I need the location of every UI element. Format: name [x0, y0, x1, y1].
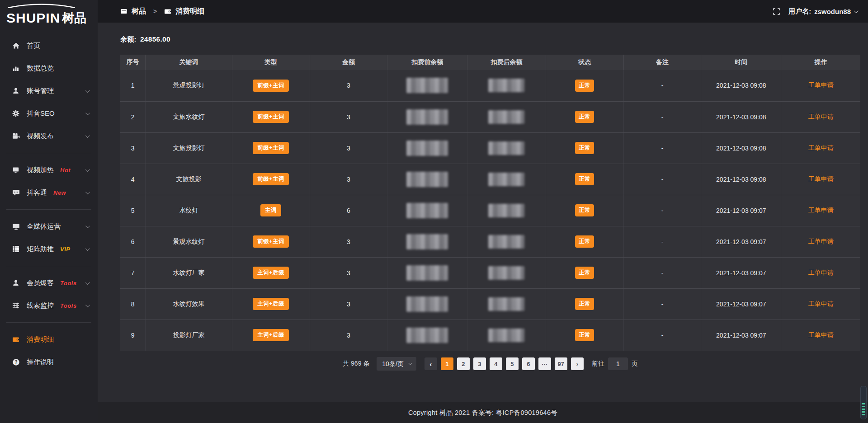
sidebar-item-label: 视频发布: [27, 132, 54, 141]
ticket-request-link[interactable]: 工单申请: [808, 113, 834, 120]
ticket-request-link[interactable]: 工单申请: [808, 81, 834, 89]
home-icon: [12, 42, 20, 49]
column-header-9: 时间: [701, 55, 781, 70]
next-page-button[interactable]: ›: [571, 357, 584, 370]
floating-widget[interactable]: [860, 386, 867, 419]
sidebar-item-13[interactable]: ? 操作说明: [0, 351, 98, 373]
cell-balance-after: [467, 320, 546, 351]
ticket-request-link[interactable]: 工单申请: [808, 144, 834, 151]
sidebar-item-4[interactable]: 抖音SEO: [0, 102, 98, 125]
prev-page-button[interactable]: ‹: [425, 357, 437, 370]
sidebar-divider: [6, 209, 91, 210]
svg-text:?: ?: [14, 360, 17, 365]
page-button-2[interactable]: 2: [457, 357, 470, 370]
breadcrumb-home[interactable]: 树品: [132, 7, 146, 16]
fullscreen-icon[interactable]: [773, 8, 780, 15]
status-badge: 正常: [575, 329, 594, 341]
sidebar-item-1[interactable]: 首页: [0, 34, 98, 57]
balance-display: 余额:24856.00: [120, 35, 860, 44]
sidebar-item-label: 操作说明: [27, 358, 54, 367]
goto-suffix: 页: [632, 360, 638, 368]
topbar: 树品 > 消费明细 用户名: zswodun88: [98, 0, 868, 23]
page-ellipsis-button[interactable]: ···: [538, 357, 551, 370]
chevron-down-icon: [85, 303, 90, 307]
sidebar-item-3[interactable]: 账号管理: [0, 80, 98, 102]
cell-keyword: 文旅投影: [146, 164, 232, 195]
cell-time: 2021-12-03 09:08: [701, 70, 781, 101]
wallet-icon: [12, 336, 20, 343]
cell-balance-after: [467, 132, 546, 164]
sidebar-item-6[interactable]: 视频加热 Hot: [0, 159, 98, 181]
cell-amount: 3: [310, 132, 387, 164]
sidebar-item-9[interactable]: 矩阵助推 VIP: [0, 238, 98, 260]
page-button-4[interactable]: 4: [490, 357, 502, 370]
sidebar-item-2[interactable]: 数据总览: [0, 57, 98, 80]
column-header-5: 扣费前余额: [387, 55, 467, 70]
ticket-request-link[interactable]: 工单申请: [808, 175, 834, 183]
page-button-3[interactable]: 3: [473, 357, 486, 370]
chevron-down-icon: [85, 133, 90, 138]
blurred-value: [406, 172, 448, 187]
balance-label: 余额:: [120, 35, 137, 43]
page-button-5[interactable]: 5: [506, 357, 519, 370]
cell-action: 工单申请: [781, 132, 860, 164]
page-button-6[interactable]: 6: [522, 357, 535, 370]
page-size-select[interactable]: 10条/页: [377, 357, 416, 371]
cell-action: 工单申请: [781, 195, 860, 226]
ticket-request-link[interactable]: 工单申请: [808, 331, 834, 338]
sidebar-item-tag: New: [53, 189, 66, 196]
sidebar-item-12[interactable]: 消费明细: [0, 328, 98, 351]
sidebar-item-8[interactable]: 全媒体运营: [0, 215, 98, 238]
goto-page: 前往 页: [592, 357, 638, 370]
chevron-down-icon: [85, 88, 90, 93]
ticket-request-link[interactable]: 工单申请: [808, 238, 834, 245]
cell-remark: -: [623, 195, 701, 226]
cell-time: 2021-12-03 09:08: [701, 132, 781, 164]
type-badge: 前缀+主词: [253, 173, 289, 185]
chart-icon: [12, 65, 20, 72]
cell-action: 工单申请: [781, 226, 860, 257]
sidebar-item-label: 抖客通: [27, 188, 47, 197]
user-icon: [12, 87, 20, 94]
sidebar-item-label: 全媒体运营: [27, 222, 61, 231]
cell-balance-before: [387, 70, 467, 101]
breadcrumb: 树品 > 消费明细: [120, 7, 204, 16]
table-row: 1 景观投影灯 前缀+主词 3 正常 - 2021-12-03 09:08 工单…: [120, 70, 860, 101]
column-header-10: 操作: [781, 55, 860, 70]
type-badge: 前缀+主词: [253, 111, 289, 123]
cell-time: 2021-12-03 09:07: [701, 288, 781, 320]
type-badge: 前缀+主词: [253, 235, 289, 248]
ticket-request-link[interactable]: 工单申请: [808, 207, 834, 214]
cell-balance-before: [387, 132, 467, 164]
column-header-3: 类型: [232, 55, 310, 70]
sidebar-item-10[interactable]: 会员爆客 Tools: [0, 272, 98, 294]
cell-action: 工单申请: [781, 101, 860, 132]
pagination-total: 共 969 条: [343, 360, 369, 368]
sidebar-item-7[interactable]: 抖客通 New: [0, 181, 98, 204]
sidebar-item-label: 线索监控: [27, 301, 54, 310]
cell-amount: 3: [310, 226, 387, 257]
page-button-1[interactable]: 1: [441, 357, 453, 370]
blurred-value: [488, 297, 524, 311]
ticket-request-link[interactable]: 工单申请: [808, 269, 834, 276]
goto-page-input[interactable]: [608, 357, 628, 370]
page-button-97[interactable]: 97: [555, 357, 567, 370]
column-header-4: 金额: [310, 55, 387, 70]
table-row: 3 文旅投影灯 前缀+主词 3 正常 - 2021-12-03 09:08 工单…: [120, 132, 860, 164]
chevron-down-icon: [85, 190, 90, 194]
ticket-request-link[interactable]: 工单申请: [808, 300, 834, 307]
sidebar-item-label: 消费明细: [27, 335, 54, 344]
logo-arc-icon: [7, 3, 76, 8]
type-badge: 主词+后缀: [253, 298, 289, 310]
user-menu[interactable]: 用户名: zswodun88: [788, 7, 857, 16]
type-badge: 前缀+主词: [253, 142, 289, 154]
column-header-6: 扣费后余额: [467, 55, 546, 70]
sidebar-item-11[interactable]: 线索监控 Tools: [0, 294, 98, 317]
cell-amount: 6: [310, 195, 387, 226]
cell-keyword: 投影灯厂家: [146, 320, 232, 351]
blurred-value: [406, 234, 448, 249]
cell-keyword: 水纹灯: [146, 195, 232, 226]
sidebar-item-5[interactable]: 视频发布: [0, 125, 98, 147]
app-logo: SHUPIN 树品: [0, 0, 98, 32]
blurred-value: [406, 141, 448, 156]
